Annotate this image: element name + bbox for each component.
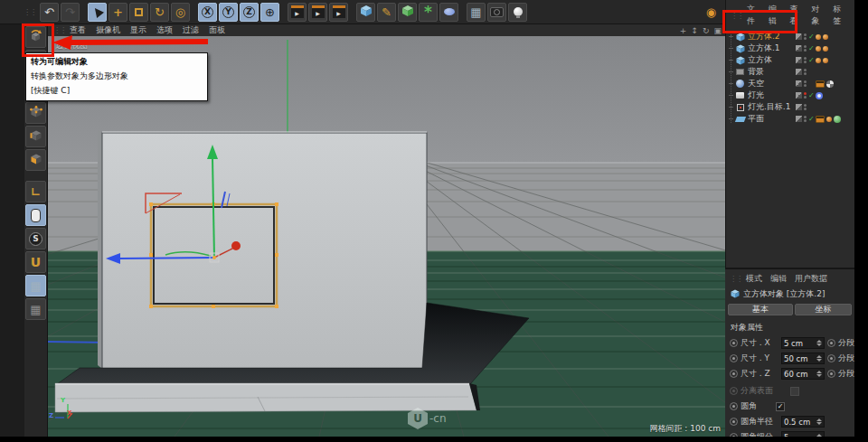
visibility-toggles[interactable]: ✓ [796,45,815,52]
coordinate-system-button[interactable]: ⊕ [260,3,279,22]
visibility-toggles[interactable]: ✓ [796,33,815,41]
object-name[interactable]: 灯光.目标.1 [748,101,790,113]
lock-x-button[interactable]: X [198,3,217,22]
render-settings-button[interactable]: ▶ [329,3,348,22]
stepper-icon[interactable] [816,355,822,362]
redo-button[interactable]: ↷ [61,3,80,22]
fillet-checkbox[interactable]: ✓ [776,402,785,411]
visibility-toggles[interactable]: ✓ [796,57,815,64]
key-radio-icon[interactable] [827,370,835,378]
size-y-input[interactable]: 50 cm [781,353,825,364]
panel-grip[interactable]: ⋮⋮ [730,275,742,283]
visibility-toggles[interactable] [796,104,807,110]
stepper-icon[interactable] [816,418,822,425]
field-fillet: 圆角 ✓ [725,399,854,414]
tag-list[interactable] [816,92,823,99]
mouse-icon [31,209,41,222]
object-mode-button[interactable] [25,204,46,226]
add-cube-button[interactable] [356,3,375,22]
visibility-toggles[interactable]: ✓ [796,92,815,99]
axis-mode-button[interactable]: ∟ [25,181,46,202]
fillet-radius-input[interactable]: 0.5 cm [781,416,825,428]
lock-y-button[interactable]: Y [219,3,238,22]
tag-list[interactable] [816,80,834,88]
add-subdivision-button[interactable] [398,3,417,22]
object-row-light[interactable]: 灯光 ✓ [726,89,854,101]
object-name[interactable]: 天空 [748,78,764,89]
live-selection-button[interactable] [88,3,107,22]
snap-tool-button[interactable]: S [25,228,46,249]
add-spline-button[interactable]: ✎ [377,3,396,22]
key-radio-icon[interactable] [730,339,738,347]
gizmo-x-axis[interactable] [118,258,214,259]
rotate-view-icon[interactable]: ↻ [703,26,710,35]
add-deformer-button[interactable] [439,3,458,22]
key-radio-icon[interactable] [827,354,835,362]
render-picture-viewer-button[interactable]: ▶ [308,3,327,22]
am-menu-edit[interactable]: 编辑 [770,273,787,285]
coordinates-manager-icon[interactable]: ◉ [706,5,716,19]
zoom-view-icon[interactable]: ↕ [691,26,698,35]
add-floor-button[interactable]: ▦ [467,3,486,22]
undo-button[interactable]: ↶ [40,3,59,22]
object-name[interactable]: 立方体.1 [748,42,780,54]
key-radio-icon[interactable] [730,354,738,362]
key-radio-icon[interactable] [730,418,738,426]
render-view-button[interactable]: ▶ [288,3,307,22]
stepper-icon[interactable] [816,371,822,377]
object-row-background[interactable]: 背景 [726,66,854,78]
lock-z-button[interactable]: Z [240,3,259,22]
tab-coordinates[interactable]: 坐标 [795,304,852,315]
object-name[interactable]: 平面 [748,113,764,125]
add-modeling-button[interactable]: * [419,3,438,22]
object-row-light-target[interactable]: 灯光.目标.1 [726,101,854,113]
object-row-cube1[interactable]: 立方体.1 ✓ [726,42,854,54]
scale-button[interactable] [129,3,148,22]
rotate-button[interactable]: ↻ [150,3,169,22]
polygon-mode-button[interactable] [25,149,46,171]
size-x-input[interactable]: 5 cm [781,337,825,349]
key-radio-icon[interactable] [730,370,738,378]
tag-list[interactable] [816,116,841,123]
object-row-cube[interactable]: 立方体 ✓ [726,54,854,66]
visibility-toggles[interactable]: ✓ [796,116,815,123]
tag-list[interactable] [816,46,828,52]
edge-mode-button[interactable] [25,126,46,147]
tag-list[interactable] [816,58,828,63]
pen-icon: ✎ [382,6,392,18]
object-name[interactable]: 立方体 [748,54,772,66]
stepper-icon[interactable] [816,340,822,346]
tag-list[interactable] [816,34,828,40]
key-radio-icon[interactable] [730,402,738,410]
last-tool-button[interactable]: ◎ [171,3,190,22]
object-row-sky[interactable]: 天空 [726,78,854,89]
visibility-toggles[interactable] [796,80,807,87]
am-menu-mode[interactable]: 模式 [746,273,762,285]
toolbar-grip[interactable]: ⋮⋮ [24,8,36,16]
om-menu-objects[interactable]: 对象 [811,4,825,27]
key-radio-icon[interactable] [827,339,835,347]
om-menu-tags[interactable]: 标签 [833,4,846,27]
phong-tag-icon [823,34,828,40]
tab-basic[interactable]: 基本 [728,304,793,315]
gizmo-z-handle[interactable] [231,241,241,250]
wall-side-face[interactable] [98,130,102,369]
point-mode-button[interactable] [25,102,46,124]
add-camera-button[interactable] [487,3,506,22]
background-object-icon [735,69,745,75]
am-menu-userdata[interactable]: 用户数据 [795,273,827,285]
size-z-input[interactable]: 60 cm [781,368,825,380]
object-row-plane[interactable]: 平面 ✓ [726,113,854,125]
snap-grid-button[interactable]: ▦ [25,298,46,320]
toggle-view-icon[interactable]: ▣ [713,26,722,35]
visibility-toggles[interactable] [796,69,807,75]
snap-grid-icon: ▦ [30,304,41,315]
workplane-mode-button[interactable]: ▦ [25,275,46,296]
object-name[interactable]: 背景 [748,66,764,78]
magnet-tool-button[interactable]: U [25,251,46,273]
last-tool-icon: ◎ [175,6,185,18]
move-button[interactable]: + [108,3,127,22]
object-name[interactable]: 灯光 [748,89,764,101]
add-light-button[interactable] [508,3,527,22]
pan-view-icon[interactable]: + [680,26,687,35]
